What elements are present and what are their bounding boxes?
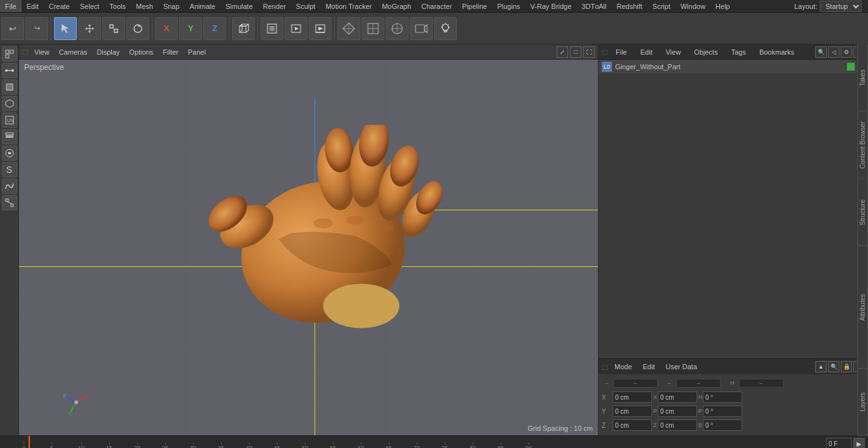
brush-tool-button[interactable]: S	[2, 162, 17, 177]
attr-y-rot-input[interactable]	[658, 405, 697, 417]
sculpt-mode-button[interactable]	[2, 146, 17, 161]
redo-button[interactable]: ↪	[25, 17, 48, 40]
attr-x-scale-input[interactable]	[703, 391, 742, 403]
vp-maximize-button[interactable]: □	[570, 46, 581, 58]
rp-config-button[interactable]: ⚙	[841, 46, 852, 58]
attr-z-pos-input[interactable]	[613, 419, 652, 431]
attr-tab-userdata[interactable]: User Data	[662, 362, 702, 372]
menu-help[interactable]: Help	[710, 0, 735, 12]
render-region-button[interactable]	[261, 17, 283, 40]
attr-arrow-up[interactable]: ▲	[815, 361, 827, 372]
vtab-takes[interactable]: Takes	[857, 44, 868, 112]
rp-nav-button[interactable]: ◁	[828, 46, 839, 58]
rp-tab-view[interactable]: View	[661, 47, 686, 57]
attr-lock[interactable]: 🔒	[841, 361, 852, 372]
rotate-tool-button[interactable]	[126, 17, 149, 40]
menu-script[interactable]: Script	[648, 0, 675, 12]
polygon-mode-button[interactable]	[2, 79, 17, 95]
menu-motion-tracker[interactable]: Motion Tracker	[320, 0, 377, 12]
y-axis-button[interactable]: Y	[179, 17, 202, 40]
menu-redshift[interactable]: Redshift	[611, 0, 647, 12]
attr-search[interactable]: 🔍	[828, 361, 839, 372]
frame-nav-button[interactable]: ▶	[853, 438, 865, 448]
vp-expand-button[interactable]: ⤢	[557, 46, 568, 58]
menu-mesh[interactable]: Mesh	[131, 0, 158, 12]
x-axis-button[interactable]: X	[155, 17, 178, 40]
menu-plugins[interactable]: Plugins	[492, 0, 525, 12]
object-color-swatch[interactable]	[847, 63, 855, 71]
edge-mode-button[interactable]	[2, 63, 17, 78]
attr-tab-mode[interactable]: Mode	[611, 362, 636, 372]
attributes-header: ⬚ Mode Edit User Data ▲ 🔍 🔒 ⤢	[599, 359, 868, 374]
cube-button[interactable]	[232, 17, 255, 40]
vp-menu-cameras[interactable]: Cameras	[56, 47, 91, 57]
attr-z-scale-input[interactable]	[703, 419, 742, 431]
menu-window[interactable]: Window	[675, 0, 710, 12]
attr-tab-edit[interactable]: Edit	[639, 362, 659, 372]
menu-select[interactable]: Select	[75, 0, 105, 12]
top-view-button[interactable]	[337, 17, 360, 40]
attr-row-y: Y P P	[602, 404, 865, 418]
rp-tab-tags[interactable]: Tags	[726, 47, 751, 57]
viewport-canvas[interactable]: Perspective	[19, 60, 598, 435]
vtab-structure[interactable]: Structure	[857, 179, 868, 246]
menu-pipeline[interactable]: Pipeline	[457, 0, 492, 12]
menu-3dtoall[interactable]: 3DTоAll	[576, 0, 611, 12]
select-tool-button[interactable]	[54, 17, 77, 40]
viewport-header: ⬚ View Cameras Display Options Filter Pa…	[19, 44, 598, 60]
attr-x-pos-input[interactable]	[613, 391, 652, 403]
render-preview-button[interactable]	[285, 17, 308, 40]
rp-tab-bookmarks[interactable]: Bookmarks	[754, 47, 799, 57]
light-view-button[interactable]	[434, 17, 457, 40]
scale-tool-button[interactable]	[102, 17, 125, 40]
attr-y-pos-input[interactable]	[613, 405, 652, 417]
menu-tools[interactable]: Tools	[104, 0, 131, 12]
object-mode-button[interactable]	[2, 96, 17, 111]
uv-mode-button[interactable]: UV	[2, 112, 17, 128]
spline-tool-button[interactable]	[2, 179, 17, 194]
rp-search-button[interactable]: 🔍	[815, 46, 827, 58]
attr-y-scale-input[interactable]	[703, 405, 742, 417]
move-tool-button[interactable]	[78, 17, 101, 40]
attr-z-rot-input[interactable]	[658, 419, 697, 431]
bezier-tool-button[interactable]	[2, 195, 17, 210]
side-view-button[interactable]	[386, 17, 409, 40]
vp-menu-filter[interactable]: Filter	[159, 47, 181, 57]
menu-character[interactable]: Character	[416, 0, 457, 12]
vp-menu-display[interactable]: Display	[93, 47, 123, 57]
rp-tab-objects[interactable]: Objects	[689, 47, 722, 57]
rp-tab-file[interactable]: File	[611, 47, 632, 57]
vp-fullscreen-button[interactable]: ⛶	[583, 46, 595, 58]
rp-tab-edit[interactable]: Edit	[635, 47, 658, 57]
menu-mograph[interactable]: MoGraph	[377, 0, 416, 12]
object-row[interactable]: L0 Ginger_Without_Part ✕	[599, 60, 868, 74]
texture-mode-button[interactable]	[2, 129, 17, 144]
menu-snap[interactable]: Snap	[158, 0, 185, 12]
attr-x-rot-input[interactable]	[658, 391, 697, 403]
vtab-content-browser[interactable]: Content Browser	[857, 112, 868, 179]
point-mode-button[interactable]	[2, 46, 17, 62]
z-axis-button[interactable]: Z	[203, 17, 226, 40]
menu-render[interactable]: Render	[258, 0, 291, 12]
vtab-layers[interactable]: Layers	[857, 369, 868, 436]
vtab-attributes[interactable]: Attributes	[857, 246, 868, 369]
undo-button[interactable]: ↩	[1, 17, 24, 40]
vp-menu-view[interactable]: View	[31, 47, 53, 57]
menu-sculpt[interactable]: Sculpt	[291, 0, 321, 12]
toolbar: ↩ ↪ X Y Z	[0, 13, 868, 44]
menu-file[interactable]: File	[0, 0, 22, 12]
menu-vray[interactable]: V-Ray Bridge	[526, 0, 577, 12]
render-button[interactable]	[309, 17, 332, 40]
menu-create[interactable]: Create	[44, 0, 75, 12]
menu-animate[interactable]: Animate	[185, 0, 220, 12]
svg-rect-17	[6, 50, 9, 53]
vp-menu-panel[interactable]: Panel	[185, 47, 209, 57]
layout-select[interactable]: Startup	[820, 1, 862, 12]
svg-rect-27	[6, 133, 13, 135]
front-view-button[interactable]	[362, 17, 384, 40]
menu-edit[interactable]: Edit	[22, 0, 44, 12]
menu-simulate[interactable]: Simulate	[220, 0, 258, 12]
vp-menu-options[interactable]: Options	[126, 47, 156, 57]
camera-view-button[interactable]	[410, 17, 433, 40]
current-frame-input[interactable]	[826, 438, 851, 448]
